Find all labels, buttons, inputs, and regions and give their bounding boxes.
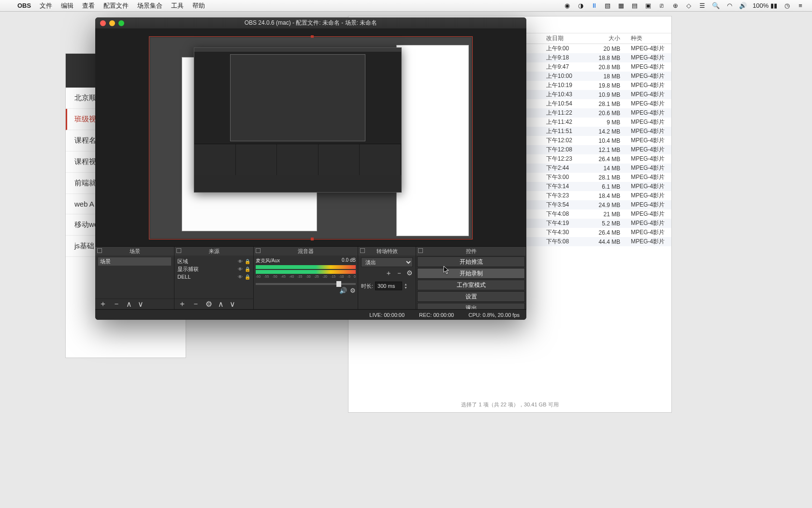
scenes-title: 场景 bbox=[130, 248, 140, 254]
audio-meter bbox=[256, 270, 356, 274]
wifi-icon[interactable]: ◠ bbox=[725, 2, 733, 10]
controls-dock: 控件 开始推流 开始录制 工作室模式 设置 退出 bbox=[416, 247, 526, 309]
start-recording-button[interactable]: 开始录制 bbox=[417, 268, 525, 279]
speaker-icon[interactable]: 🔊 bbox=[339, 287, 347, 294]
settings-button[interactable]: 设置 bbox=[417, 291, 525, 302]
sources-title: 来源 bbox=[209, 248, 219, 254]
lock-icon[interactable]: 🔒 bbox=[245, 274, 250, 280]
tray-icon-1[interactable]: ◉ bbox=[563, 2, 571, 10]
menu-file[interactable]: 文件 bbox=[40, 1, 52, 10]
battery-status[interactable]: 100% ▮▮ bbox=[753, 2, 777, 9]
status-bar: LIVE: 00:00:00 REC: 00:00:00 CPU: 0.8%, … bbox=[95, 309, 526, 320]
studio-mode-button[interactable]: 工作室模式 bbox=[417, 280, 525, 290]
popout-icon[interactable] bbox=[176, 248, 181, 253]
tray-icon-5[interactable]: ▦ bbox=[617, 2, 625, 10]
transitions-title: 转场特效 bbox=[377, 248, 398, 254]
lock-icon[interactable]: 🔒 bbox=[245, 259, 250, 264]
obs-window: OBS 24.0.6 (mac) - 配置文件: 未命名 - 场景: 未命名 场… bbox=[95, 17, 526, 320]
tray-icon-11[interactable]: ☰ bbox=[698, 2, 706, 10]
obs-titlebar[interactable]: OBS 24.0.6 (mac) - 配置文件: 未命名 - 场景: 未命名 bbox=[95, 17, 526, 29]
popout-icon[interactable] bbox=[418, 248, 423, 253]
volume-icon[interactable]: 🔊 bbox=[739, 2, 747, 10]
menu-scene-collection[interactable]: 场景集合 bbox=[137, 1, 162, 10]
source-settings-button[interactable]: ⚙ bbox=[205, 299, 212, 309]
lock-icon[interactable]: 🔒 bbox=[245, 267, 250, 272]
scene-item[interactable]: 场景 bbox=[98, 257, 171, 266]
remove-source-button[interactable]: － bbox=[192, 299, 200, 309]
col-date[interactable]: 改日期 bbox=[541, 34, 590, 43]
audio-meter bbox=[256, 265, 356, 269]
menu-profile[interactable]: 配置文件 bbox=[103, 1, 129, 10]
add-scene-button[interactable]: ＋ bbox=[99, 299, 107, 309]
status-rec: REC: 00:00:00 bbox=[419, 312, 454, 318]
popout-icon[interactable] bbox=[256, 248, 261, 253]
mixer-dock: 混音器 麦克风/Aux0.0 dB -60-55-50-45-40-35-30-… bbox=[254, 247, 358, 309]
source-down-button[interactable]: ∨ bbox=[230, 299, 235, 309]
audio-source-name: 麦克风/Aux bbox=[256, 257, 280, 264]
tray-icon-2[interactable]: ◑ bbox=[577, 2, 584, 10]
menu-view[interactable]: 查看 bbox=[82, 1, 95, 10]
preview-canvas[interactable] bbox=[149, 36, 473, 239]
menu-edit[interactable]: 编辑 bbox=[61, 1, 73, 10]
tray-icon-8[interactable]: ⎚ bbox=[658, 2, 666, 10]
col-size[interactable]: 大小 bbox=[590, 34, 628, 43]
tray-icon-4[interactable]: ▧ bbox=[604, 2, 611, 10]
preview-nested-window-2 bbox=[396, 45, 469, 236]
col-kind[interactable]: 种类 bbox=[628, 34, 671, 43]
finder-footer: 选择了 1 项（共 22 项），30.41 GB 可用 bbox=[348, 401, 671, 408]
search-icon[interactable]: 🔍 bbox=[712, 2, 720, 10]
add-source-button[interactable]: ＋ bbox=[178, 299, 186, 309]
sources-dock: 来源 区域👁🔒显示捕获👁🔒DELL👁🔒 ＋ － ⚙ ∧ ∨ bbox=[174, 247, 254, 309]
status-cpu: CPU: 0.8%, 20.00 fps bbox=[468, 312, 520, 318]
transition-settings-button[interactable]: ⚙ bbox=[406, 269, 413, 278]
visibility-icon[interactable]: 👁 bbox=[238, 274, 243, 280]
popout-icon[interactable] bbox=[97, 248, 102, 253]
app-name[interactable]: OBS bbox=[17, 2, 31, 9]
menulist-icon[interactable]: ≡ bbox=[797, 2, 804, 10]
window-title: OBS 24.0.6 (mac) - 配置文件: 未命名 - 场景: 未命名 bbox=[95, 19, 526, 27]
duration-down-button[interactable]: ▼ bbox=[404, 286, 407, 289]
preview-area[interactable] bbox=[95, 29, 526, 246]
clock-icon[interactable]: ◷ bbox=[783, 2, 791, 10]
source-item[interactable]: 区域👁🔒 bbox=[177, 257, 250, 265]
audio-db: 0.0 dB bbox=[342, 257, 356, 264]
duration-up-button[interactable]: ▲ bbox=[404, 283, 407, 286]
volume-slider[interactable] bbox=[256, 283, 356, 285]
source-item[interactable]: 显示捕获👁🔒 bbox=[177, 265, 250, 273]
tray-icon-6[interactable]: ▤ bbox=[631, 2, 638, 10]
popout-icon[interactable] bbox=[360, 248, 365, 253]
visibility-icon[interactable]: 👁 bbox=[238, 267, 243, 272]
system-menubar: OBS 文件 编辑 查看 配置文件 场景集合 工具 帮助 ◉ ◑ ⏸ ▧ ▦ ▤… bbox=[0, 0, 812, 12]
preview-nested-obs bbox=[194, 47, 402, 193]
controls-title: 控件 bbox=[466, 248, 477, 254]
tray-icon-10[interactable]: ◇ bbox=[685, 2, 693, 10]
scenes-dock: 场景 场景 ＋ － ∧ ∨ bbox=[95, 247, 174, 309]
start-streaming-button[interactable]: 开始推流 bbox=[417, 256, 525, 267]
tray-icon-3[interactable]: ⏸ bbox=[590, 2, 598, 10]
duration-input[interactable] bbox=[375, 282, 402, 290]
gear-icon[interactable]: ⚙ bbox=[350, 287, 356, 294]
tray-icon-7[interactable]: ▣ bbox=[644, 2, 652, 10]
cursor-icon bbox=[443, 266, 450, 274]
add-transition-button[interactable]: ＋ bbox=[385, 269, 392, 278]
mixer-title: 混音器 bbox=[298, 248, 314, 254]
scene-down-button[interactable]: ∨ bbox=[138, 299, 144, 309]
source-item[interactable]: DELL👁🔒 bbox=[177, 273, 250, 281]
transition-select[interactable]: 淡出 bbox=[361, 257, 413, 267]
status-live: LIVE: 00:00:00 bbox=[369, 312, 405, 318]
menu-tools[interactable]: 工具 bbox=[171, 1, 184, 10]
remove-scene-button[interactable]: － bbox=[113, 299, 120, 309]
visibility-icon[interactable]: 👁 bbox=[238, 259, 243, 264]
scene-up-button[interactable]: ∧ bbox=[126, 299, 132, 309]
remove-transition-button[interactable]: － bbox=[396, 269, 403, 278]
duration-label: 时长: bbox=[361, 283, 373, 290]
source-up-button[interactable]: ∧ bbox=[218, 299, 224, 309]
tray-icon-9[interactable]: ⊕ bbox=[671, 2, 679, 10]
transitions-dock: 转场特效 淡出 ＋ － ⚙ 时长: ▲ ▼ bbox=[358, 247, 416, 309]
menu-help[interactable]: 帮助 bbox=[192, 1, 205, 10]
